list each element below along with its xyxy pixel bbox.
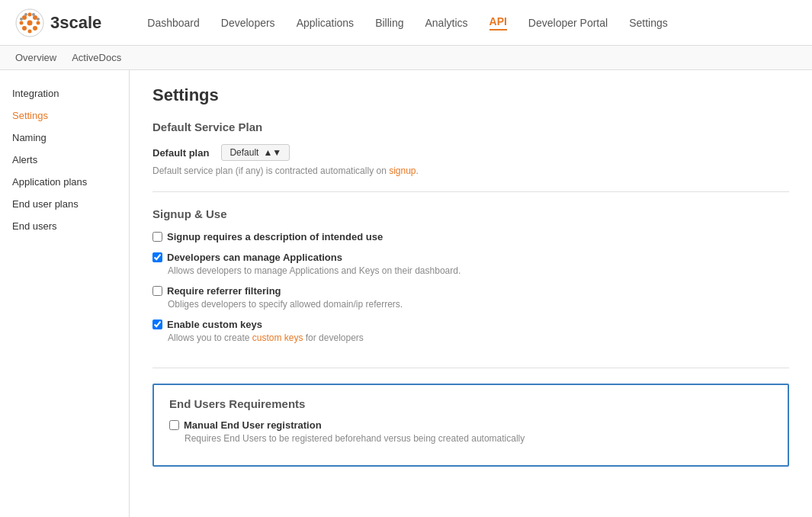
dropdown-arrow-icon: ▲▼ [263,147,281,158]
signup-link[interactable]: signup [389,165,416,176]
default-plan-desc: Default service plan (if any) is contrac… [152,165,789,176]
section-signup-use: Signup & Use Signup requires a descripti… [152,207,789,368]
default-plan-label: Default plan [152,147,209,159]
checkbox-item-referrer: Require referrer filtering Obliges devel… [152,285,789,310]
default-plan-row: Default plan Default ▲▼ [152,144,789,161]
svg-point-11 [32,13,35,16]
content-area: Settings Default Service Plan Default pl… [130,70,812,517]
sidebar-item-alerts[interactable]: Alerts [0,149,129,171]
sidebar-item-integration[interactable]: Integration [0,82,129,104]
logo-icon [15,8,44,37]
nav-api[interactable]: API [489,15,507,31]
default-plan-value: Default [229,147,258,158]
svg-point-4 [20,21,24,24]
nav-billing[interactable]: Billing [375,17,403,29]
svg-point-5 [27,20,33,25]
nav-developers[interactable]: Developers [221,17,275,29]
nav-developer-portal[interactable]: Developer Portal [528,17,608,29]
main-layout: Integration Settings Naming Alerts Appli… [0,70,812,517]
checkbox-referrer[interactable] [152,286,162,296]
checkbox-item-custom-keys: Enable custom keys Allows you to create … [152,319,789,343]
checkbox-manage-apps[interactable] [152,252,162,262]
nav-activedocs[interactable]: ActiveDocs [72,52,121,63]
manual-eu-desc: Requires End Users to be registered befo… [169,433,772,444]
section-title-default-service-plan: Default Service Plan [152,120,789,133]
section-default-service-plan: Default Service Plan Default plan Defaul… [152,120,789,192]
logo-text: 3scale [50,13,101,33]
svg-point-6 [37,21,40,24]
checkbox-label-manage-apps[interactable]: Developers can manage Applications [152,252,789,263]
custom-keys-desc: Allows you to create custom keys for dev… [152,332,789,343]
nav-dashboard[interactable]: Dashboard [147,17,200,29]
checkbox-label-signup-description[interactable]: Signup requires a description of intende… [152,231,789,242]
nav-overview[interactable]: Overview [15,52,56,63]
nav-settings[interactable]: Settings [629,17,668,29]
page-title: Settings [152,85,789,105]
sidebar-item-application-plans[interactable]: Application plans [0,171,129,193]
sidebar-item-end-user-plans[interactable]: End user plans [0,193,129,215]
checkbox-item-signup-description: Signup requires a description of intende… [152,231,789,242]
manage-apps-desc: Allows developers to manage Applications… [152,265,789,276]
checkbox-item-manual-eu: Manual End User registration Requires En… [169,419,772,444]
sidebar-item-settings[interactable]: Settings [0,104,129,127]
sidebar: Integration Settings Naming Alerts Appli… [0,70,130,517]
checkbox-label-referrer[interactable]: Require referrer filtering [152,285,789,297]
section-title-signup-use: Signup & Use [152,207,789,220]
top-nav: Dashboard Developers Applications Billin… [147,15,667,31]
checkbox-custom-keys[interactable] [152,320,162,329]
default-plan-dropdown[interactable]: Default ▲▼ [221,144,290,161]
svg-point-7 [22,26,27,31]
sidebar-item-naming[interactable]: Naming [0,127,129,149]
custom-keys-link[interactable]: custom keys [252,332,303,343]
checkbox-label-custom-keys[interactable]: Enable custom keys [152,319,789,330]
section-title-end-users: End Users Requirements [169,397,772,410]
svg-point-13 [37,18,40,21]
sidebar-item-end-users[interactable]: End users [0,215,129,237]
section-end-users-requirements: End Users Requirements Manual End User r… [152,384,789,467]
nav-applications[interactable]: Applications [297,17,355,29]
svg-point-12 [20,18,23,21]
svg-point-9 [33,26,37,31]
nav-analytics[interactable]: Analytics [425,17,467,29]
logo: 3scale [15,8,101,37]
checkbox-label-manual-eu[interactable]: Manual End User registration [169,419,772,431]
top-bar: 3scale Dashboard Developers Applications… [0,0,812,46]
checkbox-signup-description[interactable] [152,232,162,242]
secondary-nav: Overview ActiveDocs [0,46,812,70]
svg-point-8 [28,29,32,33]
svg-point-2 [28,12,32,16]
svg-point-10 [24,13,27,16]
checkbox-item-manage-apps: Developers can manage Applications Allow… [152,252,789,276]
referrer-desc: Obliges developers to specify allowed do… [152,299,789,310]
checkbox-manual-eu[interactable] [169,420,179,430]
